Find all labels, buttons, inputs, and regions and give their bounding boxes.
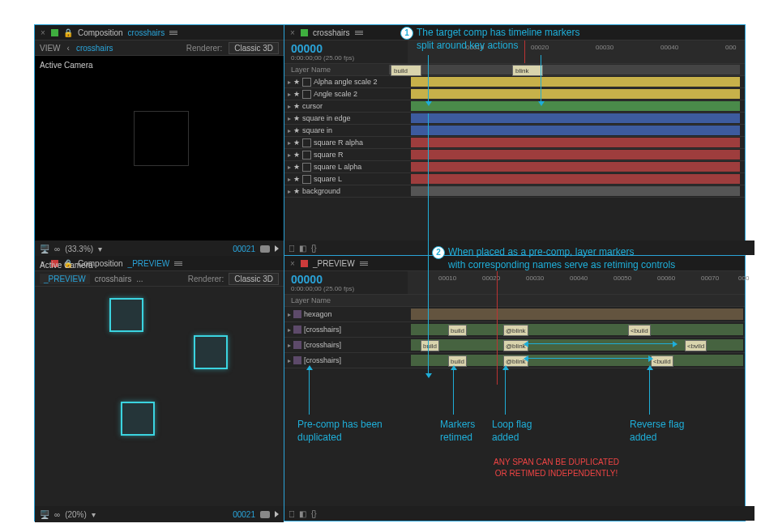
layer-name[interactable]: hexagon xyxy=(304,310,332,318)
layer-row[interactable]: ▸hexagon xyxy=(284,307,745,322)
layer-row[interactable]: ▸★cursor xyxy=(284,100,745,113)
chevron-down-icon[interactable]: ▾ xyxy=(92,510,96,519)
zoom-value[interactable]: (33.3%) xyxy=(65,245,93,253)
panel-menu-icon[interactable] xyxy=(355,31,363,35)
breadcrumb-active[interactable]: crosshairs xyxy=(76,44,113,53)
expand-icon[interactable]: ▸ xyxy=(288,139,291,147)
flow-view-label[interactable]: VIEW xyxy=(40,44,61,53)
expand-icon[interactable]: ▸ xyxy=(288,176,291,183)
timecode[interactable]: 00000 xyxy=(291,274,408,285)
chevron-left-icon[interactable]: ‹ xyxy=(67,44,70,53)
layer-row[interactable]: ▸★Alpha angle scale 2 xyxy=(284,76,745,88)
viewport[interactable]: Active Camera xyxy=(35,56,284,240)
renderer-mode[interactable]: Classic 3D xyxy=(229,273,279,285)
layer-row[interactable]: ▸★square in xyxy=(284,125,745,137)
expand-icon[interactable]: ▸ xyxy=(288,151,291,159)
expand-icon[interactable]: ▸ xyxy=(288,115,291,122)
layer-marker-blink[interactable]: @blink xyxy=(503,325,528,336)
layer-marker-reverse[interactable]: <bvild xyxy=(685,340,707,351)
tab-crosshairs[interactable]: crosshairs xyxy=(95,275,132,283)
toggle-icon[interactable]: ⎕ xyxy=(289,509,294,518)
mask-icon[interactable]: ∞ xyxy=(54,510,60,519)
layer-track[interactable]: build @blink <bvild xyxy=(411,338,740,351)
expand-icon[interactable]: ▸ xyxy=(288,103,291,110)
layer-name[interactable]: Angle scale 2 xyxy=(314,90,357,98)
layer-row[interactable]: ▸★Angle scale 2 xyxy=(284,88,745,100)
timeline-name[interactable]: crosshairs xyxy=(313,28,350,37)
layer-row[interactable]: ▸★square in edge xyxy=(284,113,745,125)
layer-bar[interactable] xyxy=(411,101,740,111)
expand-icon[interactable]: ▸ xyxy=(288,127,291,134)
toggle-icon[interactable]: ◧ xyxy=(299,244,306,253)
tab-more[interactable]: ... xyxy=(136,275,143,283)
renderer-mode[interactable]: Classic 3D xyxy=(229,42,279,54)
layer-row[interactable]: ▸★square R xyxy=(284,149,745,161)
frame-value[interactable]: 00021 xyxy=(233,245,255,253)
comp-marker-track[interactable]: build blink xyxy=(389,65,740,74)
layer-marker-build[interactable]: build xyxy=(421,340,439,351)
close-icon[interactable]: × xyxy=(289,28,296,37)
layer-bar[interactable] xyxy=(411,113,740,123)
layer-name[interactable]: [crosshairs] xyxy=(304,326,341,334)
layer-marker-build[interactable]: build xyxy=(448,325,467,336)
play-icon[interactable] xyxy=(275,511,279,517)
panel-menu-icon[interactable] xyxy=(360,262,368,266)
layer-row[interactable]: ▸★square R alpha xyxy=(284,137,745,149)
layer-track[interactable]: build @blink <build xyxy=(411,323,740,336)
layer-name[interactable]: square in edge xyxy=(302,114,351,122)
tab-preview[interactable]: _PREVIEW xyxy=(40,274,90,284)
frame-value[interactable]: 00021 xyxy=(233,510,255,519)
layer-name[interactable]: [crosshairs] xyxy=(304,341,341,349)
composition-name[interactable]: crosshairs xyxy=(128,28,165,37)
toggle-icon[interactable]: ◧ xyxy=(299,509,306,518)
monitor-icon[interactable]: 🖥️ xyxy=(40,510,49,519)
layer-track[interactable]: build @blink <build xyxy=(411,354,740,367)
zoom-value[interactable]: (20%) xyxy=(65,510,87,519)
snapshot-icon[interactable] xyxy=(260,245,270,253)
layer-track[interactable] xyxy=(411,308,740,321)
layer-row[interactable]: ▸[crosshairs] build @blink <build xyxy=(284,353,745,368)
layer-name[interactable]: square L xyxy=(314,175,342,183)
playhead[interactable] xyxy=(497,271,498,385)
layer-name[interactable]: cursor xyxy=(302,102,323,110)
layer-bar[interactable] xyxy=(411,150,740,160)
layer-name[interactable]: square in xyxy=(302,126,332,134)
layer-row[interactable]: ▸★square L alpha xyxy=(284,161,745,173)
expand-icon[interactable]: ▸ xyxy=(288,188,291,195)
layer-name[interactable]: [crosshairs] xyxy=(304,356,341,364)
layer-row[interactable]: ▸★square L xyxy=(284,173,745,185)
layer-marker-reverse[interactable]: <build xyxy=(628,325,651,336)
layer-name[interactable]: square R alpha xyxy=(314,138,363,147)
expand-icon[interactable]: ▸ xyxy=(288,164,291,171)
toggle-icon[interactable]: {} xyxy=(311,509,317,518)
layer-span[interactable] xyxy=(411,309,743,320)
timecode[interactable]: 00000 xyxy=(291,43,408,54)
layer-bar[interactable] xyxy=(411,89,740,99)
close-icon[interactable]: × xyxy=(289,259,296,268)
expand-icon[interactable]: ▸ xyxy=(288,79,291,86)
marker-blink[interactable]: blink xyxy=(512,65,543,76)
chevron-down-icon[interactable]: ▾ xyxy=(98,245,102,253)
timeline-name[interactable]: _PREVIEW xyxy=(313,259,355,268)
layer-bar[interactable] xyxy=(411,162,740,172)
layer-row[interactable]: ▸★background xyxy=(284,185,745,198)
layer-bar[interactable] xyxy=(411,77,740,87)
snapshot-icon[interactable] xyxy=(260,511,270,518)
layer-name[interactable]: square R xyxy=(314,151,344,159)
layer-bar[interactable] xyxy=(411,174,740,184)
marker-build[interactable]: build xyxy=(391,65,421,76)
close-icon[interactable]: × xyxy=(40,28,46,37)
layer-bar[interactable] xyxy=(411,126,740,135)
layer-bar[interactable] xyxy=(411,186,740,196)
toggle-icon[interactable]: ⎕ xyxy=(289,244,294,253)
composition-name[interactable]: _PREVIEW xyxy=(128,259,170,268)
layer-name[interactable]: background xyxy=(302,187,340,195)
layer-bar[interactable] xyxy=(411,138,740,147)
mask-icon[interactable]: ∞ xyxy=(54,245,60,253)
layer-marker-reverse[interactable]: <build xyxy=(651,355,673,367)
panel-menu-icon[interactable] xyxy=(169,31,177,35)
lock-icon[interactable]: 🔒 xyxy=(63,28,73,37)
monitor-icon[interactable]: 🖥️ xyxy=(40,245,49,253)
expand-icon[interactable]: ▸ xyxy=(288,91,291,98)
play-icon[interactable] xyxy=(275,245,279,252)
